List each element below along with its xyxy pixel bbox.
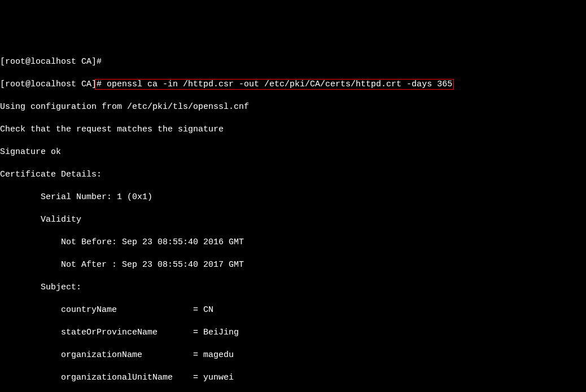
- output-line: Check that the request matches the signa…: [0, 124, 586, 135]
- output-line: Not Before: Sep 23 08:55:40 2016 GMT: [0, 237, 586, 248]
- output-line: countryName = CN: [0, 305, 586, 316]
- output-line: Using configuration from /etc/pki/tls/op…: [0, 102, 586, 113]
- output-line: stateOrProvinceName = BeiJing: [0, 327, 586, 338]
- output-line: Subject:: [0, 282, 586, 293]
- output-line: organizationName = magedu: [0, 350, 586, 361]
- output-line: organizationalUnitName = yunwei: [0, 372, 586, 384]
- output-line: Certificate Details:: [0, 169, 586, 180]
- output-line: Not After : Sep 23 08:55:40 2017 GMT: [0, 259, 586, 271]
- prompt-line: [root@localhost CA]#: [0, 56, 586, 68]
- output-line: Serial Number: 1 (0x1): [0, 192, 586, 203]
- output-line: Validity: [0, 214, 586, 226]
- output-line: Signature ok: [0, 147, 586, 158]
- terminal-output: [root@localhost CA]# [root@localhost CA]…: [0, 45, 586, 392]
- command-highlight: # openssl ca -in /httpd.csr -out /etc/pk…: [95, 79, 454, 90]
- command-line: [root@localhost CA]# openssl ca -in /htt…: [0, 79, 586, 90]
- prompt: [root@localhost CA]: [0, 80, 97, 89]
